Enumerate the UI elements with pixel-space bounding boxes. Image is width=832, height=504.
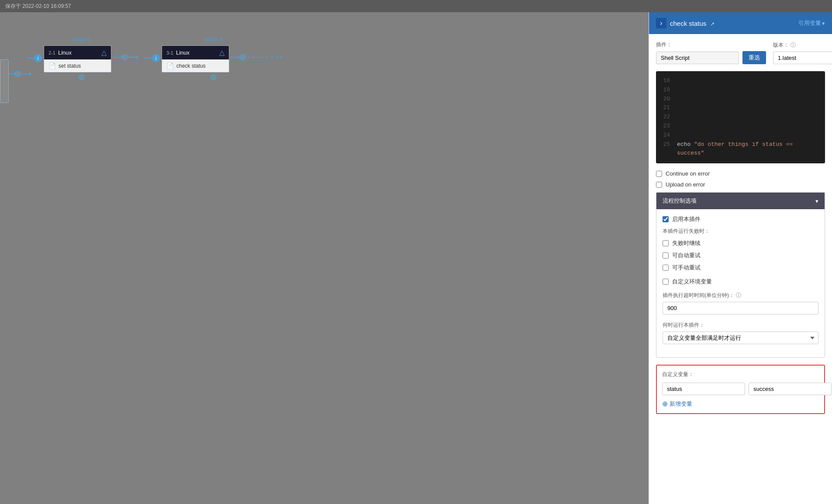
main-content: + stage-2 i: [0, 12, 832, 504]
quote-var-label: 引用变量: [798, 19, 821, 27]
custom-env-group: 自定义环境变量: [663, 278, 818, 286]
add-task-stage3[interactable]: +: [211, 74, 217, 80]
when-run-group: 何时运行本插件： 自定义变量全部满足时才运行: [663, 321, 818, 344]
continue-on-fail-group: 失败时继续: [663, 239, 818, 247]
enable-plugin-checkbox[interactable]: [663, 216, 669, 222]
stage-2-task-name: set status: [59, 63, 81, 69]
plugin-version-row: 插件： 重选 版本： ⓘ 1.latest: [656, 41, 825, 64]
plugin-group: 插件： 重选: [656, 41, 766, 64]
top-bar: 保存于 2022-02-10 16:09:57: [0, 0, 832, 12]
auto-retry-checkbox[interactable]: [663, 252, 669, 259]
stage-2-task-item[interactable]: 📄 set status: [44, 59, 111, 72]
enable-plugin-group: 启用本插件: [663, 215, 818, 223]
timeout-group: 插件执行超时时间(单位分钟)： ⓘ: [663, 292, 818, 314]
chevron-down-icon: ▾: [822, 20, 825, 27]
quote-var-button[interactable]: 引用变量 ▾: [798, 19, 825, 27]
custom-env-checkbox[interactable]: [663, 279, 669, 285]
plugin-row: 重选: [656, 51, 766, 64]
stage-3-node-header: 3-1 Linux △: [162, 46, 229, 59]
custom-var-row: −: [662, 383, 819, 395]
when-select-container: 自定义变量全部满足时才运行: [663, 331, 818, 344]
manual-retry-checkbox[interactable]: [663, 265, 669, 271]
add-var-label: 新增变量: [670, 400, 692, 408]
code-line-25: 25 echo "do other things if status == su…: [661, 140, 820, 159]
var-value-input[interactable]: [749, 383, 832, 395]
code-editor[interactable]: 18 19 20 21 22: [656, 71, 825, 163]
code-line-23: 23: [661, 122, 820, 131]
version-label: 版本： ⓘ: [773, 41, 832, 49]
panel-title: check status ↗: [670, 20, 795, 27]
panel-toggle-button[interactable]: ›: [656, 18, 666, 28]
task-doc-icon-2: 📄: [166, 62, 174, 69]
auto-retry-group: 可自动重试: [663, 252, 818, 259]
flow-control-chevron: ▾: [815, 198, 818, 204]
continue-on-error-group: Continue on error: [656, 170, 825, 177]
right-panel: › check status ↗ 引用变量 ▾ 插件： 重选: [649, 12, 832, 504]
stage-3-wrapper: stage-3 i 3-1 Linux △ 📄: [144, 35, 283, 80]
stage-2-label: stage-2: [72, 36, 90, 42]
code-line-22: 22: [661, 113, 820, 122]
manual-retry-label: 可手动重试: [672, 264, 701, 272]
flow-control-section: 流程控制选项 ▾ 启用本插件 本插件运行失败时： 失败时继续: [656, 192, 825, 358]
code-line-21: 21: [661, 104, 820, 113]
stage-2-node-id: 2-1: [48, 50, 55, 55]
stage-3-node-name: Linux: [176, 49, 190, 56]
version-select[interactable]: 1.latest: [773, 52, 832, 64]
timeout-info-icon[interactable]: ⓘ: [736, 292, 741, 299]
flow-control-header[interactable]: 流程控制选项 ▾: [656, 193, 825, 209]
stage-2-wrapper: stage-2 i 2-1 Linux △ 📄: [26, 35, 137, 80]
custom-env-label: 自定义环境变量: [672, 278, 712, 286]
flow-control-body: 启用本插件 本插件运行失败时： 失败时继续 可自动重试: [656, 209, 825, 357]
stage-2-node-header: 2-1 Linux △: [44, 46, 111, 59]
var-name-input[interactable]: [662, 383, 745, 395]
panel-title-text: check status: [670, 20, 706, 27]
timeout-label: 插件执行超时时间(单位分钟)： ⓘ: [663, 292, 818, 299]
code-line-19: 19: [661, 86, 820, 95]
upload-on-error-label: Upload on error: [666, 181, 705, 188]
version-group: 版本： ⓘ 1.latest: [773, 41, 832, 64]
plugin-label: 插件：: [656, 41, 766, 48]
panel-body: 插件： 重选 版本： ⓘ 1.latest: [649, 34, 832, 504]
stage-2-node-icon: △: [101, 48, 107, 57]
timeout-input[interactable]: [663, 302, 818, 314]
panel-header: › check status ↗ 引用变量 ▾: [649, 12, 832, 34]
stage-3-node-id: 3-1: [166, 50, 173, 55]
upload-on-error-group: Upload on error: [656, 181, 825, 188]
stage-3-task-name: check status: [176, 63, 206, 69]
stage-2-trigger-icon: i: [34, 54, 42, 62]
code-line-18: 18: [661, 76, 820, 86]
code-line-24: 24: [661, 131, 820, 140]
add-task-stage2[interactable]: +: [79, 74, 85, 80]
custom-var-label: 自定义变量：: [662, 371, 819, 378]
panel-link-icon: ↗: [710, 21, 715, 27]
when-run-label: 何时运行本插件：: [663, 321, 818, 329]
reselect-button[interactable]: 重选: [742, 51, 766, 64]
stage-3-node-icon: △: [219, 48, 224, 57]
code-line-20: 20: [661, 95, 820, 104]
version-info-icon[interactable]: ⓘ: [791, 41, 796, 49]
enable-plugin-label: 启用本插件: [672, 215, 701, 223]
upload-on-error-checkbox[interactable]: [656, 182, 662, 188]
when-select[interactable]: 自定义变量全部满足时才运行: [663, 331, 818, 344]
add-var-button[interactable]: ⊕ 新增变量: [662, 400, 692, 408]
flow-control-title: 流程控制选项: [663, 197, 697, 205]
plugin-input[interactable]: [656, 52, 739, 64]
continue-on-error-label: Continue on error: [666, 170, 710, 177]
continue-on-error-checkbox[interactable]: [656, 171, 662, 177]
stage-3-trigger-icon: i: [152, 54, 160, 62]
pipeline-wrapper: + stage-2 i: [0, 12, 649, 504]
stage-3-label: stage-3: [204, 36, 222, 42]
add-var-icon: ⊕: [662, 400, 668, 408]
stage-2-node-name: Linux: [58, 49, 72, 56]
stage-3-task-item[interactable]: 📄 check status: [162, 59, 229, 72]
task-doc-icon: 📄: [48, 62, 56, 69]
continue-on-fail-label: 失败时继续: [672, 239, 701, 247]
custom-var-section: 自定义变量： − ⊕ 新增变量: [656, 365, 825, 414]
on-fail-subtitle: 本插件运行失败时：: [663, 228, 818, 235]
save-timestamp: 保存于 2022-02-10 16:09:57: [5, 3, 71, 10]
canvas-area: + stage-2 i: [0, 12, 649, 504]
auto-retry-label: 可自动重试: [672, 252, 701, 259]
manual-retry-group: 可手动重试: [663, 264, 818, 272]
continue-on-fail-checkbox[interactable]: [663, 240, 669, 246]
